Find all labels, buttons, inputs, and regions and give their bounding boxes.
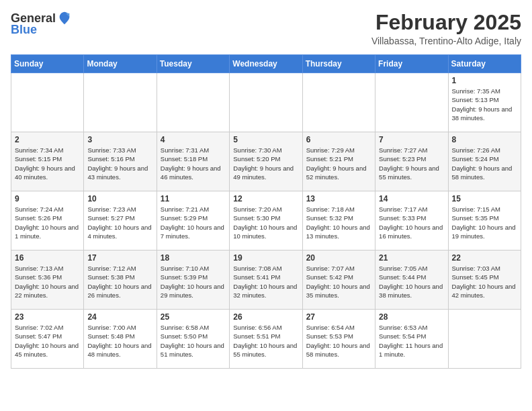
day-info: Sunrise: 6:56 AM Sunset: 5:51 PM Dayligh… [233, 323, 298, 359]
day-number: 26 [233, 312, 298, 322]
day-number: 21 [379, 253, 444, 263]
calendar-cell: 11Sunrise: 7:21 AM Sunset: 5:29 PM Dayli… [157, 191, 229, 250]
calendar-cell: 18Sunrise: 7:10 AM Sunset: 5:39 PM Dayli… [157, 250, 229, 310]
calendar-cell [157, 73, 229, 132]
day-number: 19 [233, 253, 298, 263]
day-number: 12 [233, 194, 298, 203]
title-block: February 2025 Villabassa, Trentino-Alto … [371, 11, 521, 46]
calendar-cell [230, 73, 302, 132]
weekday-header: Saturday [448, 55, 521, 73]
day-info: Sunrise: 6:54 AM Sunset: 5:53 PM Dayligh… [306, 323, 371, 359]
calendar-cell: 12Sunrise: 7:20 AM Sunset: 5:30 PM Dayli… [230, 191, 302, 250]
calendar-cell: 15Sunrise: 7:15 AM Sunset: 5:35 PM Dayli… [448, 191, 521, 250]
calendar-cell: 9Sunrise: 7:24 AM Sunset: 5:26 PM Daylig… [11, 191, 84, 250]
header: General Blue February 2025 Villabassa, T… [11, 11, 521, 46]
day-info: Sunrise: 7:30 AM Sunset: 5:20 PM Dayligh… [233, 146, 298, 181]
calendar-week-row: 23Sunrise: 7:02 AM Sunset: 5:47 PM Dayli… [11, 310, 521, 369]
day-info: Sunrise: 7:26 AM Sunset: 5:24 PM Dayligh… [452, 146, 517, 181]
calendar-cell [84, 73, 157, 132]
day-number: 13 [306, 194, 371, 203]
calendar-cell: 7Sunrise: 7:27 AM Sunset: 5:23 PM Daylig… [375, 132, 448, 191]
logo: General Blue [11, 11, 72, 37]
calendar-cell [302, 73, 375, 132]
day-number: 6 [306, 135, 371, 144]
calendar-cell: 23Sunrise: 7:02 AM Sunset: 5:47 PM Dayli… [11, 310, 84, 369]
calendar-week-row: 2Sunrise: 7:34 AM Sunset: 5:15 PM Daylig… [11, 132, 521, 191]
day-number: 28 [379, 312, 444, 322]
calendar-cell: 8Sunrise: 7:26 AM Sunset: 5:24 PM Daylig… [448, 132, 521, 191]
day-info: Sunrise: 7:10 AM Sunset: 5:39 PM Dayligh… [161, 264, 226, 300]
day-info: Sunrise: 7:29 AM Sunset: 5:21 PM Dayligh… [306, 146, 371, 181]
day-number: 25 [161, 312, 226, 322]
day-number: 14 [379, 194, 444, 203]
day-info: Sunrise: 7:05 AM Sunset: 5:44 PM Dayligh… [379, 264, 444, 300]
day-info: Sunrise: 7:17 AM Sunset: 5:33 PM Dayligh… [379, 205, 444, 240]
day-info: Sunrise: 7:21 AM Sunset: 5:29 PM Dayligh… [161, 205, 226, 240]
day-number: 23 [15, 312, 80, 322]
weekday-header: Monday [84, 55, 157, 73]
day-info: Sunrise: 7:24 AM Sunset: 5:26 PM Dayligh… [15, 205, 80, 240]
day-number: 11 [161, 194, 226, 203]
day-number: 4 [161, 135, 226, 144]
weekday-header: Sunday [11, 55, 84, 73]
weekday-header: Thursday [302, 55, 375, 73]
weekday-header: Friday [375, 55, 448, 73]
day-info: Sunrise: 7:31 AM Sunset: 5:18 PM Dayligh… [161, 146, 226, 181]
calendar-cell: 3Sunrise: 7:33 AM Sunset: 5:16 PM Daylig… [84, 132, 157, 191]
day-info: Sunrise: 7:34 AM Sunset: 5:15 PM Dayligh… [15, 146, 80, 181]
calendar-cell: 27Sunrise: 6:54 AM Sunset: 5:53 PM Dayli… [302, 310, 375, 369]
day-number: 22 [452, 253, 517, 263]
calendar-cell [375, 73, 448, 132]
day-info: Sunrise: 7:23 AM Sunset: 5:27 PM Dayligh… [87, 205, 152, 240]
calendar-week-row: 16Sunrise: 7:13 AM Sunset: 5:36 PM Dayli… [11, 250, 521, 310]
day-info: Sunrise: 7:18 AM Sunset: 5:32 PM Dayligh… [306, 205, 371, 240]
day-number: 10 [87, 194, 152, 203]
day-number: 2 [15, 135, 80, 144]
day-info: Sunrise: 7:13 AM Sunset: 5:36 PM Dayligh… [15, 264, 80, 300]
calendar-cell: 10Sunrise: 7:23 AM Sunset: 5:27 PM Dayli… [84, 191, 157, 250]
calendar-cell: 16Sunrise: 7:13 AM Sunset: 5:36 PM Dayli… [11, 250, 84, 310]
day-info: Sunrise: 7:00 AM Sunset: 5:48 PM Dayligh… [87, 323, 152, 359]
weekday-header: Wednesday [230, 55, 302, 73]
calendar-week-row: 1Sunrise: 7:35 AM Sunset: 5:13 PM Daylig… [11, 73, 521, 132]
calendar-cell: 2Sunrise: 7:34 AM Sunset: 5:15 PM Daylig… [11, 132, 84, 191]
calendar-cell: 5Sunrise: 7:30 AM Sunset: 5:20 PM Daylig… [230, 132, 302, 191]
day-number: 24 [87, 312, 152, 322]
day-info: Sunrise: 7:20 AM Sunset: 5:30 PM Dayligh… [233, 205, 298, 240]
subtitle: Villabassa, Trentino-Alto Adige, Italy [371, 36, 521, 46]
calendar-cell: 25Sunrise: 6:58 AM Sunset: 5:50 PM Dayli… [157, 310, 229, 369]
day-number: 18 [161, 253, 226, 263]
main-title: February 2025 [371, 11, 521, 34]
day-info: Sunrise: 7:03 AM Sunset: 5:45 PM Dayligh… [452, 264, 517, 300]
day-number: 15 [452, 194, 517, 203]
calendar-cell: 1Sunrise: 7:35 AM Sunset: 5:13 PM Daylig… [448, 73, 521, 132]
logo-icon [57, 11, 72, 26]
day-info: Sunrise: 7:35 AM Sunset: 5:13 PM Dayligh… [452, 87, 517, 122]
calendar-cell: 14Sunrise: 7:17 AM Sunset: 5:33 PM Dayli… [375, 191, 448, 250]
calendar-cell: 4Sunrise: 7:31 AM Sunset: 5:18 PM Daylig… [157, 132, 229, 191]
calendar: SundayMondayTuesdayWednesdayThursdayFrid… [11, 54, 521, 369]
calendar-cell: 26Sunrise: 6:56 AM Sunset: 5:51 PM Dayli… [230, 310, 302, 369]
day-number: 5 [233, 135, 298, 144]
weekday-header: Tuesday [157, 55, 229, 73]
day-info: Sunrise: 7:27 AM Sunset: 5:23 PM Dayligh… [379, 146, 444, 181]
calendar-cell [448, 310, 521, 369]
calendar-cell: 17Sunrise: 7:12 AM Sunset: 5:38 PM Dayli… [84, 250, 157, 310]
day-number: 20 [306, 253, 371, 263]
calendar-week-row: 9Sunrise: 7:24 AM Sunset: 5:26 PM Daylig… [11, 191, 521, 250]
day-info: Sunrise: 7:02 AM Sunset: 5:47 PM Dayligh… [15, 323, 80, 359]
day-info: Sunrise: 6:53 AM Sunset: 5:54 PM Dayligh… [379, 323, 444, 359]
calendar-cell: 21Sunrise: 7:05 AM Sunset: 5:44 PM Dayli… [375, 250, 448, 310]
day-number: 3 [87, 135, 152, 144]
calendar-cell: 13Sunrise: 7:18 AM Sunset: 5:32 PM Dayli… [302, 191, 375, 250]
day-number: 8 [452, 135, 517, 144]
day-info: Sunrise: 7:12 AM Sunset: 5:38 PM Dayligh… [87, 264, 152, 300]
day-info: Sunrise: 7:07 AM Sunset: 5:42 PM Dayligh… [306, 264, 371, 300]
weekday-header-row: SundayMondayTuesdayWednesdayThursdayFrid… [11, 55, 521, 73]
day-number: 7 [379, 135, 444, 144]
day-number: 27 [306, 312, 371, 322]
day-info: Sunrise: 7:08 AM Sunset: 5:41 PM Dayligh… [233, 264, 298, 300]
calendar-cell: 19Sunrise: 7:08 AM Sunset: 5:41 PM Dayli… [230, 250, 302, 310]
calendar-cell: 20Sunrise: 7:07 AM Sunset: 5:42 PM Dayli… [302, 250, 375, 310]
day-number: 16 [15, 253, 80, 263]
